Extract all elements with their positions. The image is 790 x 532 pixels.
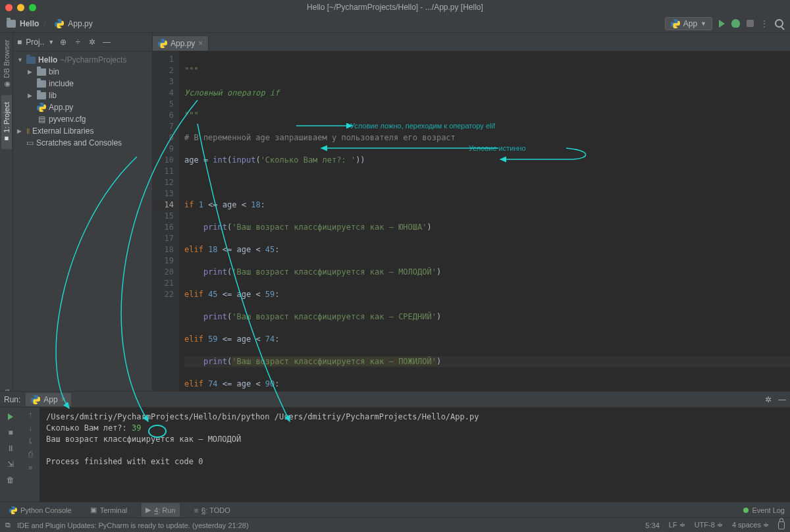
play-icon: ▶ <box>145 506 151 514</box>
tree-folder-bin[interactable]: ▶bin <box>13 66 152 78</box>
project-tab[interactable]: ■ 1: Project <box>1 95 12 149</box>
run-tab[interactable]: App × <box>26 393 70 406</box>
rerun-button[interactable] <box>5 412 16 422</box>
event-log-tab[interactable]: Event Log <box>743 506 785 514</box>
divider: ⋮ <box>760 19 768 28</box>
file-encoding[interactable]: UTF-8 ≑ <box>695 521 723 529</box>
minimize-window-icon[interactable] <box>17 4 24 11</box>
list-icon: ≡ <box>194 506 198 514</box>
folder-icon <box>7 20 16 28</box>
hide-icon[interactable]: — <box>101 37 112 47</box>
tree-file-app[interactable]: App.py <box>13 101 152 113</box>
tree-root[interactable]: ▼ Hello ~/PycharmProjects <box>13 54 152 66</box>
search-icon[interactable] <box>775 19 783 28</box>
notification-dot-icon <box>743 508 749 513</box>
editor-tab-label: App.py <box>171 39 195 48</box>
python-icon <box>158 39 167 48</box>
debug-button[interactable] <box>731 19 740 28</box>
tree-file-pyvenv[interactable]: ▤pyvenv.cfg <box>13 113 152 125</box>
up-arrow-icon[interactable]: ↑ <box>28 410 32 419</box>
maximize-window-icon[interactable] <box>29 4 36 11</box>
expand-icon[interactable]: » <box>28 463 33 472</box>
editor-tab-app[interactable]: App.py × <box>153 36 209 51</box>
lock-icon[interactable] <box>778 521 785 529</box>
tab-label: Event Log <box>752 506 785 514</box>
library-icon: ⫴ <box>26 126 30 136</box>
tree-label: App.py <box>49 103 73 112</box>
close-tab-icon[interactable]: × <box>61 395 66 404</box>
exit-icon[interactable]: ⇲ <box>5 459 16 469</box>
status-bar: ⧉ IDE and Plugin Updates: PyCharm is rea… <box>0 518 790 532</box>
run-config-selector[interactable]: App ▼ <box>665 17 712 30</box>
folder-icon <box>37 80 46 88</box>
window-icon[interactable]: ⧉ <box>5 521 11 529</box>
tree-scratches[interactable]: ▭Scratches and Consoles <box>13 137 152 149</box>
tab-label: 6: TODO <box>201 506 230 514</box>
collapse-icon[interactable]: ÷ <box>72 37 83 47</box>
run-tab[interactable]: ▶4: Run <box>142 503 179 517</box>
python-icon <box>31 395 40 404</box>
close-tab-icon[interactable]: × <box>198 39 203 48</box>
run-panel: Run: App × ✲ — ■ ⏸ ⇲ 🗑 ↑ ↓ ⤹ ⎙ » /Users/… <box>0 391 790 502</box>
tab-label: Python Console <box>20 506 72 514</box>
file-icon: ▤ <box>37 115 46 124</box>
tree-label: lib <box>49 91 57 100</box>
nav-bar: Hello 〉 App.py App ▼ ⋮ <box>0 14 790 33</box>
wrap-icon[interactable]: ⤹ <box>27 437 34 446</box>
folder-icon <box>37 68 46 76</box>
folder-icon <box>26 57 36 64</box>
tab-label: Terminal <box>100 506 128 514</box>
db-browser-tab[interactable]: ◉ DB Browser <box>1 33 12 95</box>
line-separator[interactable]: LF ≑ <box>669 521 685 529</box>
chevron-down-icon[interactable]: ▼ <box>48 39 54 45</box>
locate-icon[interactable]: ⊕ <box>58 37 68 47</box>
breadcrumb-sep: 〉 <box>43 18 51 29</box>
breadcrumb-file[interactable]: App.py <box>68 19 92 28</box>
terminal-tab[interactable]: ▣Terminal <box>86 503 132 517</box>
annotation-2: Условие истинно <box>469 143 526 154</box>
trash-icon[interactable]: 🗑 <box>5 475 16 485</box>
python-icon <box>55 19 64 28</box>
tree-label: Scratches and Consoles <box>36 138 122 147</box>
python-console-tab[interactable]: Python Console <box>5 504 76 517</box>
print-icon[interactable]: ⎙ <box>28 450 33 459</box>
terminal-icon: ▣ <box>90 506 97 514</box>
close-window-icon[interactable] <box>5 4 13 11</box>
python-icon <box>671 19 680 28</box>
hide-icon[interactable]: — <box>778 395 786 404</box>
caret-position[interactable]: 5:34 <box>645 521 659 529</box>
run-button[interactable] <box>719 20 725 28</box>
project-panel-label[interactable]: Proj.. <box>26 38 44 47</box>
stop-button[interactable]: ■ <box>5 427 16 438</box>
tree-folder-lib[interactable]: ▶lib <box>13 90 152 101</box>
run-config-name: App <box>683 19 697 28</box>
window-title: Hello [~/PycharmProjects/Hello] - .../Ap… <box>307 3 483 12</box>
chevron-down-icon: ▼ <box>700 20 706 27</box>
titlebar: Hello [~/PycharmProjects/Hello] - .../Ap… <box>0 0 790 14</box>
scratches-icon: ▭ <box>26 138 34 147</box>
status-message[interactable]: IDE and Plugin Updates: PyCharm is ready… <box>17 521 249 529</box>
python-icon <box>37 103 46 112</box>
run-panel-label: Run: <box>4 395 20 404</box>
tree-root-path: ~/PycharmProjects <box>60 55 126 65</box>
tree-label: include <box>49 79 74 88</box>
indent-setting[interactable]: 4 spaces ≑ <box>732 521 769 529</box>
tree-folder-include[interactable]: include <box>13 78 152 90</box>
bottom-tool-tabs: Python Console ▣Terminal ▶4: Run ≡6: TOD… <box>0 502 790 518</box>
folder-icon <box>37 92 46 99</box>
tree-label: pyvenv.cfg <box>49 115 86 124</box>
gear-icon[interactable]: ✲ <box>87 37 97 47</box>
tab-label: 4: Run <box>154 506 175 514</box>
pause-icon[interactable]: ⏸ <box>5 443 16 454</box>
stop-button[interactable] <box>747 20 754 27</box>
run-tab-label: App <box>43 395 57 404</box>
breadcrumb-project[interactable]: Hello <box>20 19 39 28</box>
gear-icon[interactable]: ✲ <box>765 395 772 404</box>
python-icon <box>9 506 17 514</box>
tree-label: External Libraries <box>32 126 93 136</box>
todo-tab[interactable]: ≡6: TODO <box>190 504 234 517</box>
tree-external-libs[interactable]: ▶⫴External Libraries <box>13 125 152 137</box>
console-output[interactable]: /Users/dmitriy/PycharmProjects/Hello/bin… <box>40 408 790 502</box>
down-arrow-icon[interactable]: ↓ <box>28 423 32 433</box>
tree-root-name: Hello <box>38 55 57 65</box>
